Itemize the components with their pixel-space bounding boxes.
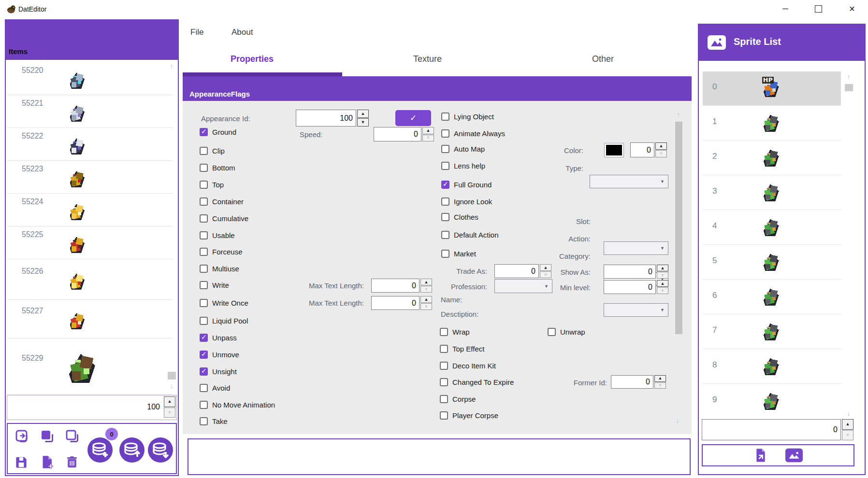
menu-file[interactable]: File xyxy=(190,28,203,37)
swap-icon[interactable] xyxy=(14,428,31,445)
checkbox-market[interactable]: Market xyxy=(441,249,476,258)
sprite-row[interactable]: 8 xyxy=(703,350,841,383)
min-level-input[interactable]: 0 xyxy=(604,280,656,294)
copy-filled-icon[interactable] xyxy=(39,428,56,445)
checkbox-player-corpse[interactable]: Player Corpse xyxy=(440,411,498,420)
flags-scroll-down-icon[interactable]: ↓ xyxy=(673,416,682,425)
max-text-length-spinner[interactable]: 0 ▲▼ xyxy=(371,279,432,293)
former-id-input[interactable]: 0 xyxy=(611,375,653,389)
item-count-input[interactable]: 100 xyxy=(8,396,163,418)
item-count-spinner[interactable]: 100 ▲▼ xyxy=(8,396,175,418)
former-id-spinner[interactable]: 0 ▲▼ xyxy=(611,375,666,389)
image-import-icon[interactable] xyxy=(785,448,803,463)
sprites-scroll-up-icon[interactable]: ↑ xyxy=(844,72,854,81)
appearance-id-spinner[interactable]: 100 ▲▼ xyxy=(296,110,369,127)
items-scrollbar-thumb[interactable] xyxy=(168,372,176,380)
db-add-icon[interactable] xyxy=(87,436,114,464)
checkbox-corpse[interactable]: Corpse xyxy=(440,394,476,403)
sprite-row[interactable]: 5 xyxy=(703,245,841,279)
trash-icon[interactable] xyxy=(65,455,79,469)
sprites-scrollbar-thumb[interactable] xyxy=(845,84,853,91)
checkbox-changed-to-expire[interactable]: Changed To Expire xyxy=(440,378,514,386)
checkbox-animate-always[interactable]: Animate Always xyxy=(441,129,505,138)
tab-other[interactable]: Other xyxy=(515,54,691,69)
min-level-spinner[interactable]: 0 ▲▼ xyxy=(604,280,668,294)
color-spinner[interactable]: 0 ▲▼ xyxy=(630,142,667,157)
checkbox-cumulative[interactable]: Cumulative xyxy=(200,214,248,223)
checkbox-ignore-look[interactable]: Ignore Look xyxy=(441,197,492,206)
checkbox-write[interactable]: Write xyxy=(200,281,229,289)
trade-as-input[interactable]: 0 xyxy=(494,264,539,278)
checkbox-lying-object[interactable]: Lying Object xyxy=(441,112,494,121)
show-as-spinner[interactable]: 0 ▲▼ xyxy=(604,265,668,279)
db-up-icon[interactable] xyxy=(118,436,145,464)
flags-scroll-up-icon[interactable]: ↑ xyxy=(674,110,683,119)
sprite-row[interactable]: 6 xyxy=(703,280,841,314)
item-row[interactable]: 55223 xyxy=(7,161,173,193)
checkbox-full-ground[interactable]: Full Ground xyxy=(441,180,492,189)
checkbox-deco-item-kit[interactable]: Deco Item Kit xyxy=(440,361,496,370)
sprites-scroll-down-icon[interactable]: ↓ xyxy=(844,409,854,418)
max-text-length-input[interactable]: 0 xyxy=(371,279,420,293)
type-dropdown[interactable] xyxy=(590,175,668,188)
item-row[interactable]: 55225 xyxy=(7,227,173,259)
sprite-row[interactable]: 1 xyxy=(703,106,841,140)
appearance-id-input[interactable]: 100 xyxy=(296,110,356,127)
speed-input[interactable]: 0 xyxy=(374,127,421,141)
checkbox-liquid-pool[interactable]: Liquid Pool xyxy=(200,316,248,325)
items-scroll-down-icon[interactable]: ↓ xyxy=(167,381,176,390)
checkbox-clip[interactable]: Clip xyxy=(200,146,225,155)
file-export-icon[interactable] xyxy=(753,448,768,463)
maximize-button[interactable] xyxy=(806,1,830,16)
checkbox-write-once[interactable]: Write Once xyxy=(200,298,248,307)
show-as-input[interactable]: 0 xyxy=(604,265,656,279)
sprite-row[interactable]: 4 xyxy=(703,211,841,244)
item-row[interactable]: 55222 xyxy=(7,128,173,160)
file-add-icon[interactable] xyxy=(39,454,55,470)
color-swatch[interactable] xyxy=(604,143,624,157)
sprite-row[interactable]: 7 xyxy=(703,315,841,349)
sprite-row[interactable]: 2 xyxy=(703,141,841,175)
item-row[interactable]: 55224 xyxy=(7,194,173,226)
checkbox-ground[interactable]: Ground xyxy=(200,127,236,136)
checkbox-default-action[interactable]: Default Action xyxy=(441,230,499,239)
sprite-row[interactable]: 3 xyxy=(703,176,841,210)
close-button[interactable]: ✕ xyxy=(840,1,864,16)
copy-outline-icon[interactable] xyxy=(64,428,81,445)
checkbox-avoid[interactable]: Avoid xyxy=(200,383,230,392)
max-text-length-once-spinner[interactable]: 0 ▲▼ xyxy=(371,296,432,310)
item-row[interactable]: 55229 xyxy=(7,339,173,394)
sprite-id-input[interactable]: 0 xyxy=(702,419,841,440)
item-row[interactable]: 55226 xyxy=(7,260,173,299)
item-row[interactable]: 55227 xyxy=(7,300,173,338)
tab-texture[interactable]: Texture xyxy=(340,54,515,69)
checkbox-top[interactable]: Top xyxy=(200,180,224,189)
save-icon[interactable] xyxy=(14,455,29,470)
checkbox-auto-map[interactable]: Auto Map xyxy=(441,144,485,153)
sprite-row[interactable]: 0HP xyxy=(703,71,841,105)
checkbox-no-move-animation[interactable]: No Move Animation xyxy=(200,400,275,409)
checkbox-unwrap[interactable]: Unwrap xyxy=(548,327,585,336)
item-row[interactable]: 55220 xyxy=(7,63,173,95)
checkbox-forceuse[interactable]: Forceuse xyxy=(200,247,243,256)
sprite-id-spinner[interactable]: 0 ▲▼ xyxy=(702,419,854,440)
checkbox-bottom[interactable]: Bottom xyxy=(200,163,235,172)
checkbox-usable[interactable]: Usable xyxy=(200,231,235,239)
slot-dropdown[interactable] xyxy=(604,241,668,255)
minimize-button[interactable]: ─ xyxy=(773,1,797,16)
checkbox-lens-help[interactable]: Lens help xyxy=(441,161,485,170)
category-dropdown[interactable] xyxy=(604,303,668,317)
checkbox-wrap[interactable]: Wrap xyxy=(440,327,470,336)
checkbox-take[interactable]: Take xyxy=(200,417,228,425)
checkbox-clothes[interactable]: Clothes xyxy=(441,212,478,221)
checkbox-multiuse[interactable]: Multiuse xyxy=(200,264,239,273)
checkbox-unpass[interactable]: Unpass xyxy=(200,333,237,342)
max-text-length-once-input[interactable]: 0 xyxy=(371,296,420,310)
db-down-icon[interactable] xyxy=(147,436,174,464)
color-input[interactable]: 0 xyxy=(630,142,654,157)
tab-properties[interactable]: Properties xyxy=(164,54,340,69)
speed-spinner[interactable]: 0 ▲▼ xyxy=(374,127,434,141)
item-row[interactable]: 55221 xyxy=(7,96,173,127)
flags-scrollbar-thumb[interactable] xyxy=(675,122,682,334)
checkbox-unsight[interactable]: Unsight xyxy=(200,367,237,376)
